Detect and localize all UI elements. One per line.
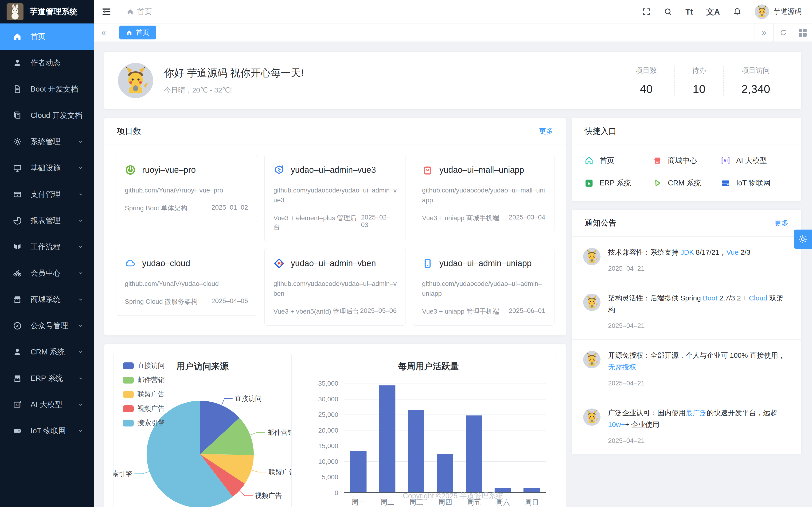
- sidebar-item-label: 首页: [31, 32, 46, 42]
- avatar: [755, 4, 769, 19]
- avatar: [118, 63, 153, 98]
- greeting-text: 你好 芋道源码 祝你开心每一天!: [164, 66, 304, 80]
- fullscreen-icon[interactable]: [642, 7, 651, 16]
- project-card-yudao-ui-mall-uniapp[interactable]: yudao–ui–mall–uniappgithub.com/yudaocode…: [413, 155, 555, 232]
- project-card-yudao-cloud[interactable]: yudao–cloudgithub.com/YunaiV/yudao–cloud…: [116, 248, 257, 316]
- sidebar-item-label: 工作流程: [31, 242, 61, 252]
- sidebar-item-system[interactable]: 系统管理: [0, 129, 94, 155]
- notice-link[interactable]: JDK: [680, 248, 694, 256]
- tabs-scroll-right-button[interactable]: »: [754, 23, 773, 42]
- sidebar-item-infra[interactable]: 基础设施: [0, 155, 94, 181]
- notice-text: 的快速开发平台，远超: [707, 409, 777, 416]
- sidebar-item-pay[interactable]: 支付管理: [0, 181, 94, 208]
- notice-item[interactable]: 广泛企业认可：国内使用最广泛的快速开发平台，远超 10w++ 企业使用2025–…: [572, 397, 801, 454]
- shortcut-erp[interactable]: EERP 系统: [584, 178, 653, 188]
- sidebar-item-ai[interactable]: AIAI 大模型: [0, 392, 94, 418]
- notice-link[interactable]: 10w+: [608, 420, 625, 429]
- notice-item[interactable]: 技术兼容性：系统支持 JDK 8/17/21，Vue 2/32025–04–21: [572, 237, 801, 282]
- notice-item[interactable]: 开源免授权：全部开源，个人与企业可 100% 直接使用，无需授权2025–04–…: [572, 340, 801, 397]
- bar-chart[interactable]: [344, 384, 546, 493]
- project-card-yudao-ui-admin-uniapp[interactable]: yudao–ui–admin–uniappgithub.com/yudaocod…: [413, 248, 555, 326]
- refresh-icon: [779, 29, 787, 37]
- stat-label: 项目数: [636, 66, 657, 75]
- app-logo[interactable]: 芋道管理系统: [0, 0, 94, 23]
- pie-slice-label: 搜索引擎: [113, 470, 132, 477]
- sidebar-item-crm[interactable]: CRM 系统: [0, 339, 94, 365]
- collapse-menu-icon[interactable]: [101, 6, 112, 17]
- sidebar-item-author[interactable]: 作者动态: [0, 50, 94, 76]
- notice-text: 2.7/3.2 +: [717, 294, 749, 302]
- sidebar-item-mp[interactable]: 公众号管理: [0, 313, 94, 339]
- grid-icon: [799, 29, 807, 37]
- notice-item[interactable]: 架构灵活性：后端提供 Spring Boot 2.7/3.2 + Cloud 双…: [572, 282, 801, 340]
- sidebar-item-boot-doc[interactable]: Boot 开发文档: [0, 76, 94, 102]
- legend-item-3[interactable]: 视频广告: [123, 404, 165, 413]
- legend-item-0[interactable]: 直接访问: [123, 361, 165, 371]
- sidebar-item-iot[interactable]: IoT 物联网: [0, 418, 94, 444]
- notice-link[interactable]: 最广泛: [686, 409, 707, 416]
- sidebar-item-report[interactable]: 报表管理: [0, 208, 94, 234]
- sidebar-item-member[interactable]: 会员中心: [0, 260, 94, 286]
- layout-options-button[interactable]: [793, 23, 812, 42]
- projects-more-link[interactable]: 更多: [539, 126, 553, 136]
- shortcut-ai[interactable]: AIAI 大模型: [721, 156, 789, 165]
- sidebar-item-erp[interactable]: ERP 系统: [0, 365, 94, 392]
- theme-settings-button[interactable]: [794, 230, 812, 249]
- phone-icon: [422, 258, 433, 269]
- shortcut-home[interactable]: 首页: [584, 156, 653, 165]
- legend-swatch: [123, 391, 134, 398]
- avatar: [583, 408, 601, 426]
- project-card-ruoyi-vue-pro[interactable]: ruoyi–vue–progithub.com/YunaiV/ruoyi–vue…: [116, 155, 257, 222]
- tabs-scroll-left-button[interactable]: «: [94, 23, 113, 42]
- sidebar-item-label: 系统管理: [31, 136, 61, 147]
- sidebar-item-label: Cloud 开发文档: [31, 110, 83, 121]
- projects-grid: ruoyi–vue–progithub.com/YunaiV/ruoyi–vue…: [104, 145, 566, 335]
- bar-周三[interactable]: [408, 410, 424, 492]
- bar-周五[interactable]: [466, 415, 482, 492]
- bell-icon[interactable]: [733, 7, 742, 16]
- bar-周四[interactable]: [437, 454, 453, 492]
- chevron-down-icon: [77, 428, 84, 435]
- user-menu[interactable]: 芋道源码: [755, 4, 802, 19]
- font-size-icon[interactable]: Tt: [686, 8, 693, 16]
- sidebar-item-home[interactable]: 首页: [0, 23, 94, 50]
- notice-link[interactable]: Boot: [703, 294, 717, 302]
- sidebar-item-mall[interactable]: 商城系统: [0, 286, 94, 313]
- project-card-yudao-ui-admin-vben[interactable]: yudao–ui–admin–vbengithub.com/yudaocode/…: [264, 248, 406, 326]
- notices-more-link[interactable]: 更多: [774, 218, 789, 228]
- pie-slice-label: 联盟广告: [268, 468, 291, 476]
- cloud-icon: [125, 258, 136, 269]
- project-date: 2025–04–05: [211, 297, 248, 306]
- shortcut-crm[interactable]: CRM 系统: [653, 178, 721, 188]
- legend-label: 邮件营销: [138, 375, 165, 385]
- project-name: yudao–ui–admin–uniapp: [439, 259, 531, 268]
- legend-item-4[interactable]: 搜索引擎: [123, 418, 165, 428]
- refresh-tab-button[interactable]: [773, 23, 793, 42]
- notice-link[interactable]: Vue: [726, 248, 739, 256]
- notice-link[interactable]: 无需授权: [608, 363, 636, 371]
- project-desc: Spring Boot 单体架构: [125, 204, 187, 213]
- bar-周二[interactable]: [379, 385, 395, 492]
- avatar: [583, 351, 601, 368]
- search-icon[interactable]: [664, 7, 672, 16]
- project-name: ruoyi–vue–pro: [142, 165, 196, 175]
- bar-周一[interactable]: [350, 451, 366, 492]
- project-card-yudao-ui-admin-vue3[interactable]: yudao–ui–admin–vue3github.com/yudaocode/…: [264, 155, 406, 241]
- pie-slice-label: 直接访问: [235, 395, 262, 402]
- tab-home[interactable]: 首页: [119, 25, 156, 40]
- sidebar-item-workflow[interactable]: 工作流程: [0, 234, 94, 260]
- bar-chart-title: 每周用户活跃量: [300, 360, 557, 372]
- y-tick-label: 15,000: [318, 442, 338, 450]
- legend-item-1[interactable]: 邮件营销: [123, 375, 165, 385]
- pie-chart-card: 用户访问来源 直接访问邮件营销联盟广告视频广告搜索引擎 直接访问邮件营销联盟广告…: [113, 353, 292, 507]
- notice-title: 技术兼容性：系统支持 JDK 8/17/21，Vue 2/3: [608, 246, 751, 258]
- legend-item-2[interactable]: 联盟广告: [123, 390, 165, 399]
- sidebar-item-cloud-doc[interactable]: Cloud 开发文档: [0, 102, 94, 129]
- notice-link[interactable]: Cloud: [749, 294, 767, 302]
- language-icon[interactable]: 文A: [706, 8, 720, 16]
- project-url: github.com/yudaocode/yudao–ui–admin–unia…: [422, 279, 545, 298]
- shortcut-mall[interactable]: 商城中心: [653, 156, 721, 165]
- notice-title: 架构灵活性：后端提供 Spring Boot 2.7/3.2 + Cloud 双…: [608, 292, 790, 316]
- avatar: [583, 294, 601, 311]
- shortcut-iot[interactable]: IoT 物联网: [721, 178, 789, 188]
